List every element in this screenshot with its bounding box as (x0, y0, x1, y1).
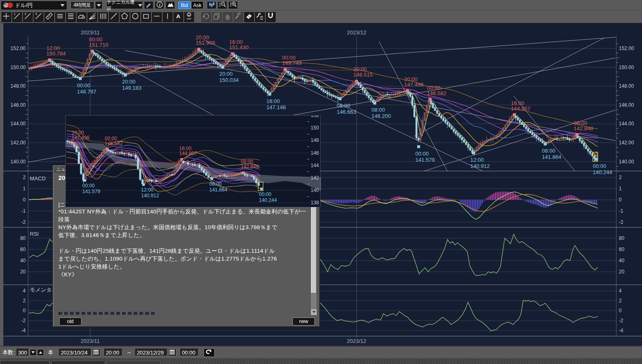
calendar-icon (168, 348, 176, 357)
info-button[interactable]: i (155, 1, 164, 9)
timeframe-select[interactable]: 4時間足 (70, 1, 94, 9)
tool-fan-lines-button[interactable] (87, 12, 97, 22)
svg-text:144.957: 144.957 (179, 151, 197, 156)
svg-text:4: 4 (23, 288, 26, 294)
tool-copy-button[interactable] (211, 12, 222, 22)
top-toolbar: ドル/円 4時間足 テクニカル選択 i Bid Ask (0, 0, 642, 11)
ask-button[interactable]: Ask (191, 1, 204, 9)
svg-text:12:00: 12:00 (141, 187, 153, 193)
bid-button[interactable]: Bid (178, 1, 191, 9)
svg-text:0: 0 (619, 308, 622, 314)
news-line: 低下後、3.8146％まで上昇した。 (58, 231, 304, 239)
drawing-toolbar: 123Aicon (0, 11, 642, 23)
tool-crosshair-button[interactable] (1, 12, 11, 22)
tool-h-lines-4-button[interactable] (65, 12, 76, 22)
svg-text:152.00: 152.00 (10, 46, 26, 51)
svg-text:60: 60 (20, 247, 26, 252)
chevron-down-icon (97, 4, 101, 7)
svg-text:142.00: 142.00 (619, 140, 634, 146)
tool-v-segment-button[interactable] (162, 12, 172, 22)
area-chart-button[interactable] (165, 1, 175, 9)
taskbar-tab[interactable] (51, 361, 105, 364)
svg-text:MACD: MACD (30, 175, 46, 182)
tool-magnet-button[interactable] (265, 12, 275, 22)
tool-circle-button[interactable] (130, 12, 140, 22)
inset-zoom-chart[interactable]: 15215014814614414214013820:00147.49600:0… (65, 115, 321, 207)
tool-icon-stamp-button[interactable]: icon (184, 12, 194, 22)
rectangle-icon (141, 12, 151, 22)
svg-text:-2: -2 (21, 318, 26, 323)
svg-text:142.00: 142.00 (10, 140, 26, 146)
count-up-button[interactable] (37, 349, 44, 356)
tool-h-segment-button[interactable] (151, 12, 162, 22)
svg-text:i: i (159, 2, 160, 7)
timeframe-dropdown-button[interactable] (95, 1, 103, 9)
date-from-input[interactable] (59, 349, 91, 356)
v-lines-icon (98, 12, 108, 22)
svg-text:150.034: 150.034 (219, 77, 239, 83)
tool-wrench-button[interactable] (233, 12, 243, 22)
hand-icon (223, 12, 232, 22)
new-button[interactable]: new (292, 317, 315, 326)
trading-app-window: ドル/円 4時間足 テクニカル選択 i Bid Ask 123Aicon 12:… (0, 0, 642, 364)
taskbar-tab[interactable] (0, 361, 50, 364)
svg-text:-2: -2 (619, 318, 623, 323)
tool-angle-line-button[interactable] (108, 12, 119, 22)
tool-ruler-button[interactable] (44, 12, 54, 22)
h-lines-3-icon (55, 12, 65, 22)
svg-text:148.515: 148.515 (353, 72, 373, 78)
tool-v-lines-button[interactable] (98, 12, 108, 22)
text-icon: A (174, 12, 183, 22)
reload-range-button[interactable] (204, 348, 215, 357)
chart-style-button[interactable] (207, 1, 216, 9)
time-to-input[interactable] (180, 349, 199, 356)
tool-trendline-3-button[interactable]: 3 (33, 12, 43, 22)
currency-pair-select[interactable]: ドル/円 (1, 1, 67, 10)
svg-text:00:00: 00:00 (82, 183, 95, 189)
bar-count-unit: 本 (48, 349, 53, 356)
icon-stamp-icon: icon (184, 12, 194, 22)
zoom-in-button[interactable] (228, 1, 238, 9)
draw-pencil-button[interactable] (144, 1, 153, 9)
taskbar-tab[interactable] (107, 361, 160, 364)
tool-text-button[interactable]: A (173, 12, 183, 22)
time-from-input[interactable] (104, 349, 122, 356)
tool-trendline-2-button[interactable]: 2 (22, 12, 33, 22)
svg-text:0: 0 (23, 197, 26, 203)
tool-rectangle-button[interactable] (141, 12, 151, 22)
tool-pentagon-button[interactable] (119, 12, 129, 22)
tool-undo-pencil-button[interactable] (201, 12, 211, 22)
pencil-icon (145, 1, 153, 10)
svg-text:146.582: 146.582 (105, 141, 123, 146)
svg-text:151.430: 151.430 (229, 44, 249, 50)
old-button[interactable]: old (59, 317, 81, 326)
svg-text:08:00: 08:00 (542, 148, 556, 154)
tool-hand-button[interactable] (222, 12, 232, 22)
calendar-to-button[interactable] (168, 349, 176, 356)
window-bottom-strip (0, 358, 642, 364)
count-down-button[interactable] (30, 349, 36, 356)
circle-icon (131, 12, 140, 22)
calendar-from-button[interactable] (92, 349, 100, 356)
technical-select-button[interactable]: テクニカル選択 (106, 1, 143, 9)
date-to-input[interactable] (135, 349, 168, 356)
news-line: ドル・円は140円25銭まで下落後、141円26銭まで反発。ユーロ・ドルは1.1… (58, 247, 304, 255)
svg-text:2: 2 (23, 175, 26, 180)
svg-text:140.00: 140.00 (619, 159, 634, 165)
svg-text:140.00: 140.00 (10, 159, 26, 165)
tool-h-lines-3-button[interactable] (55, 12, 65, 22)
bar-count-input[interactable] (17, 349, 29, 356)
news-scrollbar-thumb[interactable] (311, 207, 316, 293)
tool-eraser-button[interactable] (244, 12, 254, 22)
news-line: 1ドルへじり安推移した。 (58, 263, 304, 271)
svg-text:140.912: 140.912 (470, 163, 490, 169)
tool-settings-list-button[interactable] (254, 12, 265, 22)
ichimoku-cloud (66, 141, 321, 191)
svg-text:147.496: 147.496 (72, 135, 90, 141)
zoom-out-button[interactable] (218, 1, 227, 9)
tool-trendline-1-button[interactable]: 1 (12, 12, 22, 22)
svg-text:RSI: RSI (30, 231, 39, 237)
scroll-down-button[interactable] (311, 309, 317, 315)
settings-list-icon (255, 12, 264, 22)
tool-gauge-button[interactable] (76, 12, 86, 22)
